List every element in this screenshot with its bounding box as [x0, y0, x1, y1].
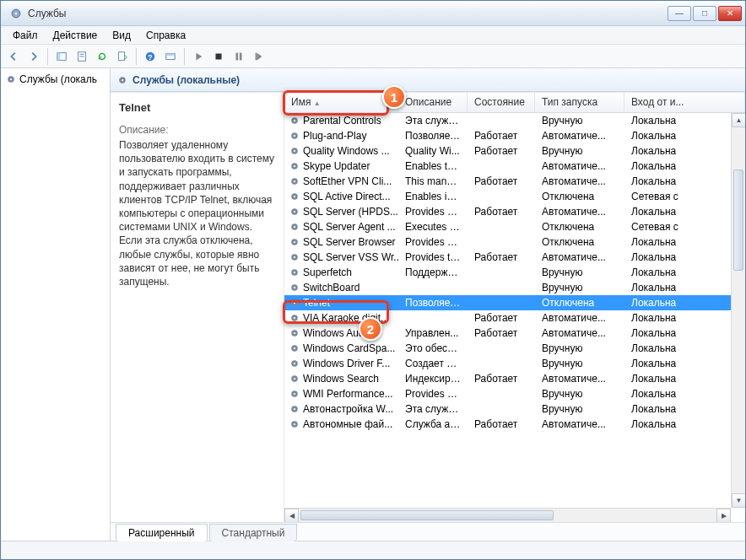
service-row[interactable]: Автономные фай...Служба ав...РаботаетАвт…	[284, 417, 745, 432]
cell-logon: Локальна	[624, 297, 745, 309]
menubar: Файл Действие Вид Справка	[1, 26, 745, 45]
cell-startup: Вручную	[535, 358, 624, 369]
col-logon[interactable]: Вход от и...	[624, 93, 745, 112]
service-row[interactable]: SQL Server BrowserProvides S...Отключена…	[284, 234, 745, 250]
separator	[136, 48, 137, 65]
service-row[interactable]: SQL Server VSS Wr...Provides th...Работа…	[284, 250, 745, 265]
stop-button[interactable]	[209, 47, 228, 66]
cell-startup: Автоматиче...	[535, 206, 624, 218]
cell-logon: Сетевая с	[624, 221, 745, 233]
cell-logon: Локальна	[624, 388, 745, 400]
svg-point-35	[294, 226, 295, 228]
cell-startup: Автоматиче...	[535, 130, 624, 142]
cell-state: Работает	[468, 327, 535, 339]
service-row[interactable]: Windows SearchИндексиро...РаботаетАвтома…	[284, 371, 745, 386]
refresh-button[interactable]	[93, 47, 111, 66]
cell-desc: Это обесп...	[398, 342, 468, 354]
cell-desc: Provides p...	[398, 388, 468, 400]
cell-name: Quality Windows ...	[284, 145, 398, 157]
cell-state: Работает	[468, 251, 535, 263]
scroll-thumb-h[interactable]	[300, 510, 554, 520]
cell-startup: Отключена	[535, 297, 624, 309]
svg-point-29	[294, 180, 295, 182]
back-button[interactable]	[4, 47, 23, 66]
scroll-down-button[interactable]: ▼	[732, 493, 745, 508]
service-row[interactable]: Автонастройка W...Эта служб...ВручнуюЛок…	[284, 401, 745, 417]
cell-logon: Локальна	[624, 403, 745, 415]
restart-button[interactable]	[250, 47, 268, 66]
service-row[interactable]: SQL Active Direct...Enables int...Отключ…	[284, 189, 745, 204]
tree-services-local[interactable]: Службы (локаль	[3, 72, 108, 87]
export-button[interactable]	[113, 47, 132, 66]
service-row[interactable]: SoftEther VPN Cli...This mana...Работает…	[284, 174, 745, 189]
service-row[interactable]: Skype UpdaterEnables th...Автоматиче...Л…	[284, 159, 745, 174]
col-startup[interactable]: Тип запуска	[535, 93, 624, 112]
col-description[interactable]: Описание	[398, 93, 468, 112]
service-row[interactable]: Quality Windows ...Quality Wi...Работает…	[284, 143, 745, 159]
cell-desc: Provides S...	[398, 236, 468, 248]
view-tabs: Расширенный Стандартный	[111, 522, 745, 541]
service-row[interactable]: SQL Server (HPDS...Provides st...Работае…	[284, 204, 745, 219]
cell-logon: Локальна	[624, 130, 745, 142]
cell-startup: Вручную	[535, 145, 624, 157]
cell-desc: Позволяет...	[398, 130, 468, 142]
scroll-thumb-v[interactable]	[733, 170, 743, 271]
scroll-track-v[interactable]	[732, 127, 745, 493]
scroll-up-button[interactable]: ▲	[732, 113, 745, 127]
menu-view[interactable]: Вид	[105, 28, 138, 43]
cell-state: Работает	[468, 145, 535, 157]
tab-standard[interactable]: Стандартный	[209, 524, 298, 541]
menu-help[interactable]: Справка	[139, 28, 192, 43]
show-hide-tree-button[interactable]	[52, 47, 71, 66]
svg-point-39	[294, 256, 295, 258]
play-button[interactable]	[189, 47, 208, 66]
service-row[interactable]: SwitchBoardВручнуюЛокальна	[284, 280, 745, 295]
service-row[interactable]: Windows AudioУправлен...РаботаетАвтомати…	[284, 326, 745, 341]
svg-point-49	[294, 332, 295, 334]
service-row[interactable]: TelnetПозволяет...ОтключенаЛокальна	[284, 295, 745, 310]
col-state[interactable]: Состояние	[468, 93, 535, 112]
cell-desc: Индексиро...	[398, 373, 468, 385]
service-row[interactable]: VIA Karaoke digit...РаботаетАвтоматиче..…	[284, 310, 745, 326]
close-button[interactable]: ✕	[718, 6, 742, 21]
properties-button[interactable]	[73, 47, 91, 66]
cell-logon: Локальна	[624, 251, 745, 263]
cell-state: Работает	[468, 312, 535, 324]
scroll-right-button[interactable]: ▶	[716, 509, 731, 522]
svg-point-31	[294, 196, 295, 197]
svg-point-27	[294, 165, 295, 167]
cell-startup: Вручную	[535, 115, 624, 127]
toolbar-btn-8[interactable]	[161, 47, 180, 66]
help-button[interactable]: ?	[141, 47, 159, 66]
detail-title: Telnet	[119, 101, 275, 114]
service-row[interactable]: Plug-and-PlayПозволяет...РаботаетАвтомат…	[284, 128, 745, 143]
cell-name: Superfetch	[284, 267, 398, 278]
detail-desc-text: Позволяет удаленному пользователю входит…	[119, 138, 275, 288]
forward-button[interactable]	[24, 47, 43, 66]
scrollbar-vertical[interactable]: ▲ ▼	[731, 113, 745, 508]
pause-button[interactable]	[230, 47, 248, 66]
service-row[interactable]: Parental ControlsЭта служб...ВручнуюЛока…	[284, 113, 745, 128]
service-row[interactable]: Windows Driver F...Создает пр...ВручнуюЛ…	[284, 356, 745, 371]
service-row[interactable]: SQL Server Agent ...Executes jo...Отключ…	[284, 219, 745, 234]
cell-state: Работает	[468, 373, 535, 385]
service-row[interactable]: WMI Performance...Provides p...ВручнуюЛо…	[284, 386, 745, 401]
scrollbar-horizontal[interactable]: ◀ ▶	[284, 508, 731, 522]
tab-extended[interactable]: Расширенный	[116, 524, 208, 541]
col-name[interactable]: Имя ▲	[284, 93, 398, 112]
separator	[184, 48, 185, 65]
service-row[interactable]: SuperfetchПоддержи...ВручнуюЛокальна	[284, 265, 745, 280]
scroll-track-h[interactable]	[299, 509, 716, 522]
menu-action[interactable]: Действие	[46, 28, 105, 43]
cell-logon: Локальна	[624, 145, 745, 157]
detail-desc-label: Описание:	[119, 124, 275, 136]
menu-file[interactable]: Файл	[6, 28, 45, 43]
cell-logon: Сетевая с	[624, 191, 745, 202]
svg-point-33	[294, 211, 295, 213]
content-header: Службы (локальные)	[111, 68, 745, 92]
service-row[interactable]: Windows CardSpa...Это обесп...ВручнуюЛок…	[284, 341, 745, 356]
scroll-left-button[interactable]: ◀	[284, 509, 299, 522]
minimize-button[interactable]: —	[668, 6, 691, 21]
maximize-button[interactable]: □	[693, 6, 716, 21]
cell-logon: Локальна	[624, 312, 745, 324]
